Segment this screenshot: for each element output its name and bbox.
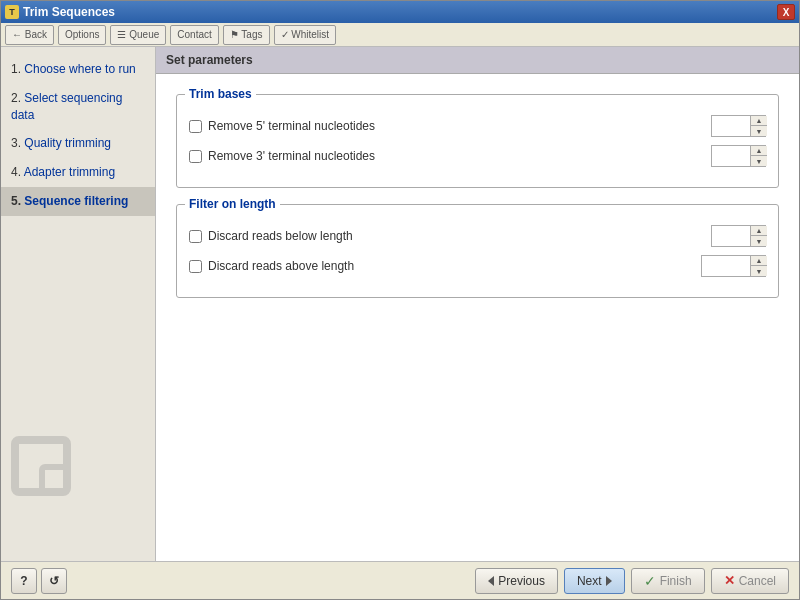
main-content: 1. Choose where to run 2. Select sequenc…	[1, 47, 799, 561]
deco-inner-square	[39, 464, 69, 494]
remove-3-down[interactable]: ▼	[751, 156, 767, 166]
remove-5-spinbox-btns: ▲ ▼	[750, 116, 767, 136]
remove-3-label: Remove 3' terminal nucleotides	[208, 149, 705, 163]
window-title: Trim Sequences	[23, 5, 115, 19]
discard-above-spinbox: 1.000 ▲ ▼	[701, 255, 766, 277]
sidebar-item-quality[interactable]: 3. Quality trimming	[1, 129, 155, 158]
bottom-bar: ? ↺ Previous Next ✓ Finish ✕ Cancel	[1, 561, 799, 599]
decoration-area	[1, 216, 155, 516]
app-icon: T	[5, 5, 19, 19]
bottom-right-buttons: Previous Next ✓ Finish ✕ Cancel	[475, 568, 789, 594]
remove-3-checkbox[interactable]	[189, 150, 202, 163]
filter-length-title: Filter on length	[185, 197, 280, 211]
toolbar: ← Back Options ☰ Queue Contact ⚑ Tags ✓ …	[1, 23, 799, 47]
remove-5-checkbox[interactable]	[189, 120, 202, 133]
toolbar-btn-6[interactable]: ✓ Whitelist	[274, 25, 337, 45]
discard-below-spinbox: 15 ▲ ▼	[711, 225, 766, 247]
toolbar-btn-5[interactable]: ⚑ Tags	[223, 25, 270, 45]
remove-3-spinbox: 1 ▲ ▼	[711, 145, 766, 167]
remove-5-up[interactable]: ▲	[751, 116, 767, 126]
discard-above-label: Discard reads above length	[208, 259, 695, 273]
remove-3-input[interactable]: 1	[712, 148, 750, 164]
next-arrow-icon	[606, 576, 612, 586]
remove-5-row: Remove 5' terminal nucleotides 1 ▲ ▼	[189, 115, 766, 137]
remove-3-row: Remove 3' terminal nucleotides 1 ▲ ▼	[189, 145, 766, 167]
sidebar-item-sequence[interactable]: 5. Sequence filtering	[1, 187, 155, 216]
sidebar-item-choose[interactable]: 1. Choose where to run	[1, 55, 155, 84]
remove-5-down[interactable]: ▼	[751, 126, 767, 136]
finish-check-icon: ✓	[644, 573, 656, 589]
discard-above-spinbox-btns: ▲ ▼	[750, 256, 767, 276]
toolbar-btn-3[interactable]: ☰ Queue	[110, 25, 166, 45]
discard-below-label: Discard reads below length	[208, 229, 705, 243]
cancel-x-icon: ✕	[724, 573, 735, 588]
remove-5-label: Remove 5' terminal nucleotides	[208, 119, 705, 133]
discard-below-down[interactable]: ▼	[751, 236, 767, 246]
content-body: Trim bases Remove 5' terminal nucleotide…	[156, 74, 799, 561]
section-header: Set parameters	[156, 47, 799, 74]
discard-above-up[interactable]: ▲	[751, 256, 767, 266]
remove-3-up[interactable]: ▲	[751, 146, 767, 156]
title-bar-left: T Trim Sequences	[5, 5, 115, 19]
discard-above-checkbox[interactable]	[189, 260, 202, 273]
discard-below-input[interactable]: 15	[712, 228, 750, 244]
close-button[interactable]: X	[777, 4, 795, 20]
remove-3-spinbox-btns: ▲ ▼	[750, 146, 767, 166]
cancel-button[interactable]: ✕ Cancel	[711, 568, 789, 594]
discard-above-down[interactable]: ▼	[751, 266, 767, 276]
previous-button[interactable]: Previous	[475, 568, 558, 594]
discard-below-up[interactable]: ▲	[751, 226, 767, 236]
toolbar-btn-2[interactable]: Options	[58, 25, 106, 45]
next-button[interactable]: Next	[564, 568, 625, 594]
discard-above-input[interactable]: 1.000	[702, 258, 750, 274]
sidebar: 1. Choose where to run 2. Select sequenc…	[1, 47, 156, 561]
toolbar-btn-4[interactable]: Contact	[170, 25, 218, 45]
finish-button[interactable]: ✓ Finish	[631, 568, 705, 594]
trim-bases-title: Trim bases	[185, 87, 256, 101]
sidebar-item-adapter[interactable]: 4. Adapter trimming	[1, 158, 155, 187]
discard-above-row: Discard reads above length 1.000 ▲ ▼	[189, 255, 766, 277]
toolbar-btn-1[interactable]: ← Back	[5, 25, 54, 45]
filter-length-group: Filter on length Discard reads below len…	[176, 204, 779, 298]
content-area: Set parameters Trim bases Remove 5' term…	[156, 47, 799, 561]
discard-below-row: Discard reads below length 15 ▲ ▼	[189, 225, 766, 247]
discard-below-checkbox[interactable]	[189, 230, 202, 243]
deco-shapes	[11, 436, 71, 496]
remove-5-input[interactable]: 1	[712, 118, 750, 134]
deco-outer-square	[11, 436, 71, 496]
discard-below-spinbox-btns: ▲ ▼	[750, 226, 767, 246]
sidebar-item-select[interactable]: 2. Select sequencing data	[1, 84, 155, 130]
title-bar: T Trim Sequences X	[1, 1, 799, 23]
reset-button[interactable]: ↺	[41, 568, 67, 594]
main-window: T Trim Sequences X ← Back Options ☰ Queu…	[0, 0, 800, 600]
help-button[interactable]: ?	[11, 568, 37, 594]
previous-arrow-icon	[488, 576, 494, 586]
remove-5-spinbox: 1 ▲ ▼	[711, 115, 766, 137]
trim-bases-group: Trim bases Remove 5' terminal nucleotide…	[176, 94, 779, 188]
bottom-left-buttons: ? ↺	[11, 568, 67, 594]
